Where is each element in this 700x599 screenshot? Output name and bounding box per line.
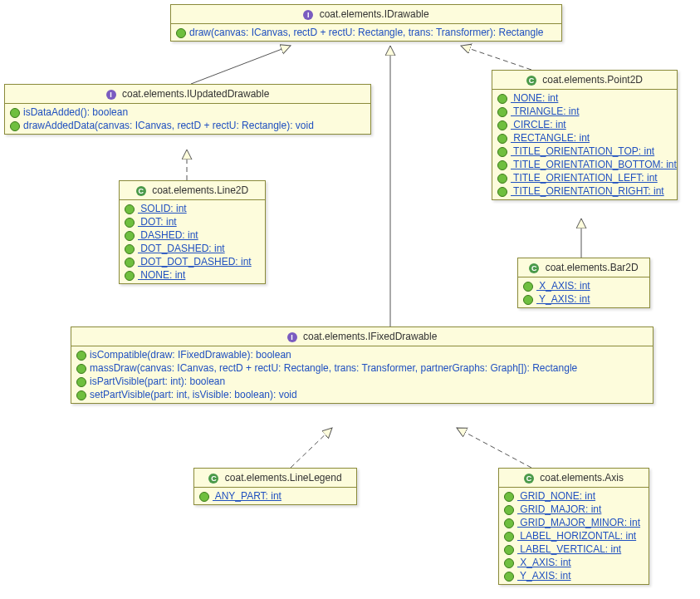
member[interactable]: Y_AXIS: int <box>518 292 649 306</box>
member[interactable]: CIRCLE: int <box>492 118 677 131</box>
class-members: draw(canvas: ICanvas, rectD + rectU: Rec… <box>171 24 561 41</box>
visibility-public-icon <box>497 160 507 170</box>
class-name: coat.elements.IUpdatedDrawable <box>122 88 269 100</box>
visibility-public-icon <box>504 558 514 568</box>
class-members: X_AXIS: int Y_AXIS: int <box>518 277 649 307</box>
class-LineLegend[interactable]: C coat.elements.LineLegend ANY_PART: int <box>193 468 357 505</box>
visibility-public-icon <box>504 505 514 515</box>
member[interactable]: isCompatible(draw: IFixedDrawable): bool… <box>71 348 653 361</box>
visibility-public-icon <box>497 147 507 157</box>
class-members: SOLID: int DOT: int DASHED: int DOT_DASH… <box>120 200 265 283</box>
class-title: C coat.elements.Bar2D <box>518 258 649 277</box>
class-title: C coat.elements.Line2D <box>120 181 265 200</box>
member[interactable]: LABEL_HORIZONTAL: int <box>499 529 649 543</box>
member[interactable]: DOT: int <box>120 215 265 228</box>
class-IUpdatedDrawable[interactable]: I coat.elements.IUpdatedDrawable isDataA… <box>4 84 371 135</box>
class-name: coat.elements.Axis <box>540 472 624 484</box>
class-title: I coat.elements.IFixedDrawable <box>71 327 653 346</box>
class-icon: C <box>526 76 536 86</box>
class-title: I coat.elements.IUpdatedDrawable <box>5 85 370 104</box>
class-title: C coat.elements.Point2D <box>492 71 677 90</box>
visibility-public-icon <box>497 107 507 117</box>
class-members: NONE: int TRIANGLE: int CIRCLE: int RECT… <box>492 90 677 199</box>
class-Bar2D[interactable]: C coat.elements.Bar2D X_AXIS: int Y_AXIS… <box>517 258 650 308</box>
class-name: coat.elements.IFixedDrawable <box>303 331 437 342</box>
class-IDrawable[interactable]: I coat.elements.IDrawable draw(canvas: I… <box>170 4 562 42</box>
class-title: I coat.elements.IDrawable <box>171 5 561 24</box>
visibility-public-icon <box>76 364 86 374</box>
class-members: isCompatible(draw: IFixedDrawable): bool… <box>71 346 653 403</box>
class-title: C coat.elements.Axis <box>499 469 649 488</box>
member[interactable]: draw(canvas: ICanvas, rectD + rectU: Rec… <box>171 26 561 39</box>
visibility-public-icon <box>10 121 20 131</box>
visibility-public-icon <box>497 94 507 104</box>
visibility-public-icon <box>497 174 507 184</box>
member[interactable]: SOLID: int <box>120 202 265 215</box>
class-name: coat.elements.Line2D <box>152 184 248 196</box>
member[interactable]: DASHED: int <box>120 228 265 242</box>
class-icon: C <box>524 474 534 484</box>
member[interactable]: LABEL_VERTICAL: int <box>499 543 649 556</box>
visibility-public-icon <box>125 244 135 254</box>
class-Axis[interactable]: C coat.elements.Axis GRID_NONE: int GRID… <box>498 468 649 585</box>
visibility-public-icon <box>504 545 514 555</box>
visibility-public-icon <box>125 204 135 214</box>
class-members: isDataAdded(): boolean drawAddedData(can… <box>5 104 370 134</box>
member[interactable]: isPartVisible(part: int): boolean <box>71 375 653 388</box>
member[interactable]: GRID_MAJOR_MINOR: int <box>499 516 649 529</box>
member[interactable]: RECTANGLE: int <box>492 131 677 145</box>
member[interactable]: TITLE_ORIENTATION_RIGHT: int <box>492 184 677 198</box>
member[interactable]: TRIANGLE: int <box>492 105 677 118</box>
class-icon: C <box>136 186 146 196</box>
visibility-public-icon <box>504 518 514 528</box>
member[interactable]: massDraw(canvas: ICanvas, rectD + rectU:… <box>71 361 653 375</box>
class-name: coat.elements.IDrawable <box>320 8 429 20</box>
class-title: C coat.elements.LineLegend <box>194 469 356 488</box>
member[interactable]: X_AXIS: int <box>499 556 649 569</box>
member[interactable]: X_AXIS: int <box>518 279 649 292</box>
visibility-public-icon <box>504 572 514 582</box>
visibility-public-icon <box>176 28 186 38</box>
member[interactable]: TITLE_ORIENTATION_BOTTOM: int <box>492 158 677 171</box>
class-Line2D[interactable]: C coat.elements.Line2D SOLID: int DOT: i… <box>119 180 266 284</box>
visibility-public-icon <box>76 351 86 361</box>
member[interactable]: isDataAdded(): boolean <box>5 106 370 119</box>
interface-icon: I <box>287 332 297 342</box>
class-name: coat.elements.Bar2D <box>546 262 639 273</box>
visibility-public-icon <box>125 271 135 281</box>
member[interactable]: NONE: int <box>120 268 265 282</box>
class-members: ANY_PART: int <box>194 488 356 504</box>
visibility-public-icon <box>504 532 514 542</box>
class-name: coat.elements.LineLegend <box>225 472 342 484</box>
class-name: coat.elements.Point2D <box>542 74 643 86</box>
visibility-public-icon <box>199 492 209 502</box>
member[interactable]: GRID_NONE: int <box>499 489 649 503</box>
visibility-public-icon <box>125 231 135 241</box>
class-Point2D[interactable]: C coat.elements.Point2D NONE: int TRIANG… <box>492 70 678 200</box>
member[interactable]: NONE: int <box>492 91 677 105</box>
visibility-public-icon <box>497 134 507 144</box>
visibility-public-icon <box>10 108 20 118</box>
member[interactable]: Y_AXIS: int <box>499 569 649 582</box>
visibility-public-icon <box>523 282 533 292</box>
member[interactable]: DOT_DOT_DASHED: int <box>120 255 265 268</box>
visibility-public-icon <box>76 390 86 400</box>
member[interactable]: TITLE_ORIENTATION_TOP: int <box>492 145 677 158</box>
interface-icon: I <box>303 10 313 20</box>
class-icon: C <box>529 263 539 273</box>
member[interactable]: GRID_MAJOR: int <box>499 503 649 516</box>
visibility-public-icon <box>523 295 533 305</box>
interface-icon: I <box>106 90 116 100</box>
visibility-public-icon <box>504 492 514 502</box>
visibility-public-icon <box>497 120 507 130</box>
visibility-public-icon <box>497 187 507 197</box>
visibility-public-icon <box>125 258 135 268</box>
visibility-public-icon <box>125 218 135 228</box>
member[interactable]: TITLE_ORIENTATION_LEFT: int <box>492 171 677 184</box>
member[interactable]: setPartVisible(part: int, isVisible: boo… <box>71 388 653 401</box>
visibility-public-icon <box>76 377 86 387</box>
member[interactable]: drawAddedData(canvas: ICanvas, rectD + r… <box>5 119 370 132</box>
class-IFixedDrawable[interactable]: I coat.elements.IFixedDrawable isCompati… <box>71 327 653 404</box>
member[interactable]: DOT_DASHED: int <box>120 242 265 255</box>
member[interactable]: ANY_PART: int <box>194 489 356 503</box>
